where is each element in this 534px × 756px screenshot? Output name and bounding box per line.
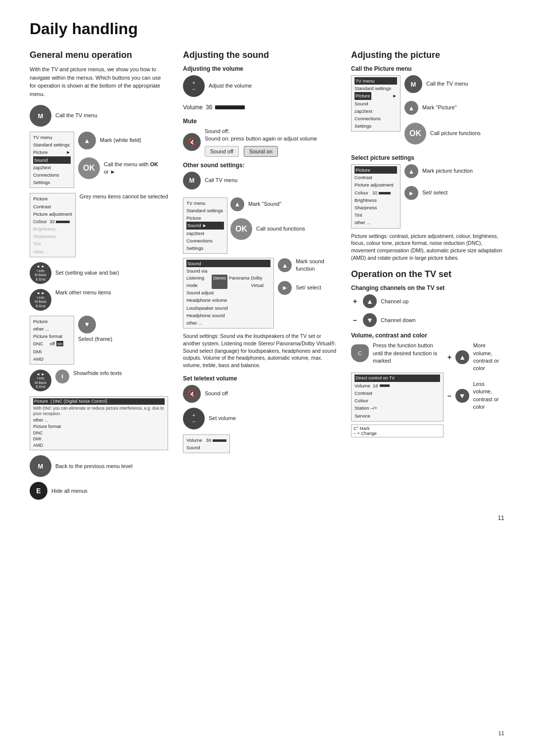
sm-listening: Listening mode xyxy=(186,275,210,289)
mute-label: Mute xyxy=(183,118,336,125)
picture-section: Adjusting the picture Call the Picture m… xyxy=(351,50,504,441)
back-menu-text: Back to the previous menu level xyxy=(55,463,133,470)
hide-menus-row: E Hide all menus xyxy=(30,482,168,500)
nav-sound-button[interactable]: ▲ xyxy=(230,197,244,211)
nav-sound2-button[interactable]: ▲ xyxy=(278,258,292,272)
tv-menu-zap2text: zap2text xyxy=(33,165,51,170)
sound-off-button[interactable]: Sound off xyxy=(205,146,239,157)
m-button[interactable]: M xyxy=(30,105,51,127)
general-menu-intro: With the TV and picture menus, we show y… xyxy=(30,65,168,98)
set-value-text: Set (setting value and bar) xyxy=(55,269,119,277)
nav-up-button[interactable]: ▲ xyxy=(78,132,96,149)
nav-vol-button[interactable]: + – xyxy=(183,75,205,97)
mute-desc1: Sound off; xyxy=(205,128,317,135)
set-value-row: ◄ ► I Info M Back E End Set (setting val… xyxy=(30,262,168,284)
mark-other-text: Mark other menu items xyxy=(55,289,111,296)
set-select-text: Set/ select xyxy=(296,284,321,291)
tv-sound-menu: TV menu Standard settings Picture Sound … xyxy=(183,197,227,254)
nav-pic2-button[interactable]: ▲ xyxy=(404,164,418,178)
tv-menu-sound-highlighted: Sound xyxy=(33,156,71,164)
grey-items-text: Grey menu items cannot be selected xyxy=(80,193,168,200)
more-vol-row: + ▲ More volume, contrast or color xyxy=(447,342,504,373)
svb-sound: Sound xyxy=(186,445,200,450)
ok-pic-button[interactable]: OK xyxy=(404,123,426,144)
dnc-item2: Picture format xyxy=(33,424,165,430)
pm1-sharp: Sharpness xyxy=(33,234,55,239)
pm1-other: other ... xyxy=(33,249,49,254)
psm-picadj: Picture adjustment xyxy=(355,182,394,188)
m-sound-button[interactable]: M xyxy=(183,172,201,189)
psm-other: other ... xyxy=(355,220,370,225)
set-vol-box: Volume 36 Sound xyxy=(183,434,230,453)
dnc-box: Picture | DNC (Digital Noise Control) Wi… xyxy=(30,396,168,450)
pm1-picadj: Picture adjustment xyxy=(33,211,72,217)
mode-panorama: Panorama xyxy=(229,275,250,289)
func-button[interactable]: C xyxy=(351,344,369,362)
sound-settings-text: Sound settings: Sound via the loudspeake… xyxy=(183,332,336,369)
picture-menu-box1: Picture Contrast Picture adjustment Colo… xyxy=(30,193,76,257)
mark-pic-func-row: ▲ Mark picture function xyxy=(404,164,473,178)
tpm-sound: Sound xyxy=(355,101,368,106)
m-pic-button[interactable]: M xyxy=(404,75,422,93)
direct-control-box: Direct control on TV Volume 16 Contrast … xyxy=(351,373,444,421)
pm1-tint: Tint xyxy=(33,241,41,246)
ok-sound-button[interactable]: OK xyxy=(230,218,252,240)
page-title: Daily handling xyxy=(30,20,504,38)
m-back-button[interactable]: M xyxy=(30,455,51,477)
nav-tele-button[interactable]: + – xyxy=(183,408,205,429)
psm-tint: Tint xyxy=(355,212,362,218)
mark-sound-func-text: Mark sound function xyxy=(296,258,336,273)
nav-button[interactable]: ◄ ► I Info M Back E End xyxy=(30,262,51,284)
tv-menu-settings: Settings xyxy=(33,180,50,185)
mute-button[interactable]: 🔇 xyxy=(183,133,201,151)
tpm-arrow: ► xyxy=(393,92,397,99)
call-tv-menu-text: Call the TV menu xyxy=(55,112,97,119)
operation-tv-title: Operation on the TV set xyxy=(351,269,504,280)
tpm-conn: Connections xyxy=(355,116,381,121)
channel-up-row: + ▲ Channel up xyxy=(351,294,504,308)
pm2-picfmt: Picture format xyxy=(33,333,62,339)
sm-loudspeaker: Loudspeaker sound xyxy=(186,305,227,311)
nav-down-button[interactable]: ▼ xyxy=(78,316,96,333)
pic-settings-menu: Picture Contrast Picture adjustment Colo… xyxy=(351,164,400,229)
select-pic-label: Select picture settings xyxy=(351,154,504,161)
select-frame-text: Select (frame) xyxy=(78,335,112,343)
dnc-item3: DNC xyxy=(33,430,165,436)
page-number-display: 11 xyxy=(30,515,504,521)
dnc-title: Picture | DNC (Digital Noise Control) xyxy=(33,398,165,405)
ok-button[interactable]: OK xyxy=(78,157,100,179)
call-tv-pic-text: Call the TV menu xyxy=(426,80,468,88)
other-sound-label: Other sound settings: xyxy=(183,162,336,169)
picture-menu-box2: Picture other ... Picture format DNC off… xyxy=(30,316,74,365)
more-vol-text: More volume, contrast or color xyxy=(473,342,504,373)
channel-down-button[interactable]: ▼ xyxy=(363,313,377,327)
tv-menu-picture: Picture ► xyxy=(33,148,71,156)
channel-up-button[interactable]: ▲ xyxy=(363,294,377,308)
call-pic-func-text: Call picture functions xyxy=(430,130,481,137)
vol-up-button[interactable]: ▲ xyxy=(455,350,469,364)
channel-down-row: – ▼ Channel down xyxy=(351,313,504,327)
dc-volume: Volume 16 xyxy=(355,382,440,389)
info-button[interactable]: i xyxy=(55,370,69,383)
volume-value: 36 xyxy=(206,104,212,111)
less-vol-text: Less volume, contrast or color xyxy=(473,380,504,411)
sound-on-button[interactable]: Sound on xyxy=(244,146,278,157)
nav-set-button[interactable]: ► xyxy=(278,281,292,295)
psm-bright: Brightness xyxy=(355,197,377,203)
mark-white-row: ▲ Mark (white field) xyxy=(78,132,158,149)
tsm-conn: Connections xyxy=(186,238,213,243)
nav-set-pic-button[interactable]: ► xyxy=(404,186,418,200)
plus-sign: + xyxy=(351,297,359,305)
tv-menu-box: TV menu Standard settings Picture ► Soun… xyxy=(30,132,74,188)
nav-button3[interactable]: ◄ ► I Info M Back E End xyxy=(30,370,51,391)
tele-mute-button[interactable]: 🔇 xyxy=(183,385,201,403)
vol-down-button[interactable]: ▼ xyxy=(455,389,469,403)
vol-contrast-label: Volume, contrast and color xyxy=(351,332,504,339)
tsm-title: TV menu xyxy=(186,200,206,206)
e-button[interactable]: E xyxy=(30,482,47,500)
nav-pic-button[interactable]: ▲ xyxy=(404,101,418,115)
sm-title: Sound xyxy=(186,260,270,267)
pm2-other: other ... xyxy=(33,326,49,331)
mark-sound-row: ▲ Mark "Sound" xyxy=(230,197,305,211)
nav-button2[interactable]: ◄ ► I Info M Back E End xyxy=(30,289,51,311)
